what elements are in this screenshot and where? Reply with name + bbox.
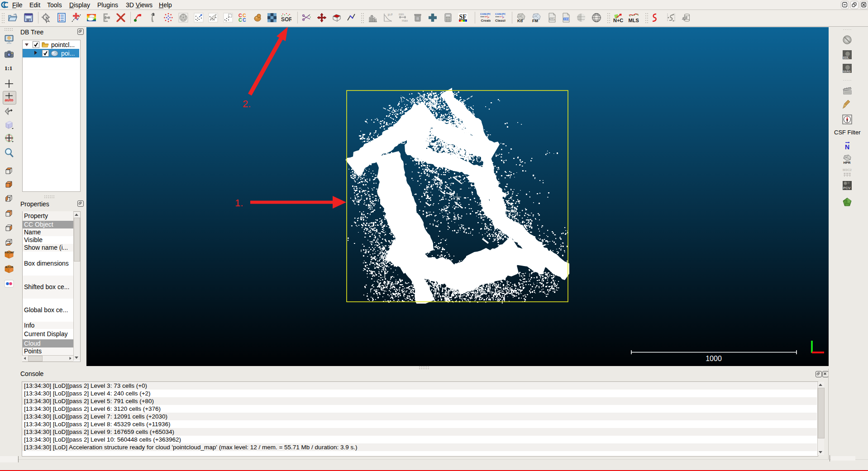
svg-text:Classify: Classify xyxy=(495,19,506,23)
svg-text:SSAO: SSAO xyxy=(843,70,851,73)
svg-text:C: C xyxy=(238,17,242,23)
svg-text:EDL: EDL xyxy=(843,56,849,59)
svg-text:max: max xyxy=(402,19,408,22)
svg-text:CANUPO: CANUPO xyxy=(495,13,506,15)
svg-text:FRONT: FRONT xyxy=(5,251,14,254)
svg-text:SF: SF xyxy=(459,14,467,20)
svg-text:PCV: PCV xyxy=(843,186,851,190)
svg-text:1:1: 1:1 xyxy=(5,65,12,71)
svg-text:HPR: HPR xyxy=(844,161,851,165)
svg-text:Create: Create xyxy=(481,19,491,23)
svg-text:M3C2: M3C2 xyxy=(843,168,852,172)
svg-text:μ,σ: μ,σ xyxy=(388,13,393,16)
svg-text:MLS: MLS xyxy=(629,18,639,23)
svg-text:N: N xyxy=(845,143,849,151)
svg-text:CSV: CSV xyxy=(564,18,569,20)
svg-text:SOR: SOR xyxy=(281,16,291,23)
svg-text:CANUPO: CANUPO xyxy=(480,13,491,15)
svg-text:Kd: Kd xyxy=(517,19,523,23)
svg-text:FM: FM xyxy=(532,19,538,23)
svg-text:N+C: N+C xyxy=(613,18,623,23)
svg-text:BACK: BACK xyxy=(5,266,14,268)
svg-text:C: C xyxy=(243,17,246,23)
svg-text:1.: 1. xyxy=(235,197,243,209)
svg-text:2.: 2. xyxy=(243,98,251,109)
svg-text:1000: 1000 xyxy=(706,355,722,362)
svg-text:SHP: SHP xyxy=(550,18,555,20)
svg-text:min: min xyxy=(399,13,404,16)
svg-text:auto: auto xyxy=(5,98,14,102)
